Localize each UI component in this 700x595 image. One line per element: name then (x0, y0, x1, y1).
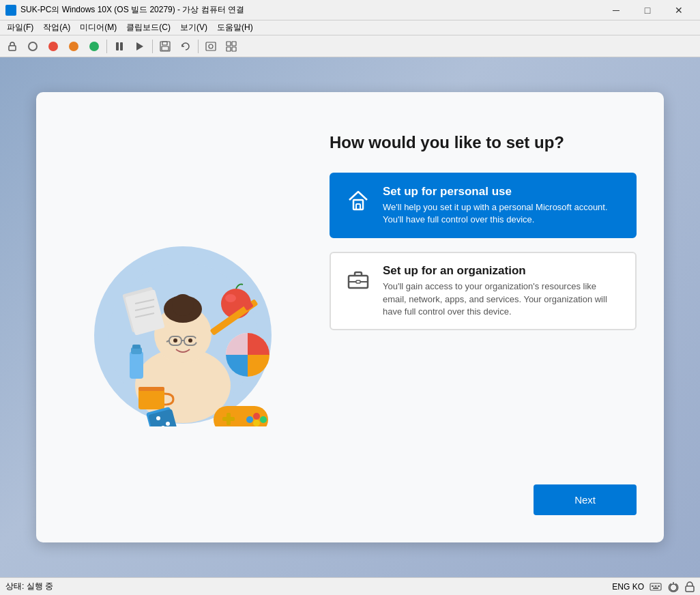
svg-rect-57 (356, 280, 360, 283)
svg-point-48 (260, 416, 267, 423)
svg-point-23 (173, 338, 177, 343)
menu-action[interactable]: 작업(A) (39, 20, 74, 35)
toolbar-sep-2 (152, 40, 153, 53)
toolbar-settings-btn[interactable] (222, 38, 241, 55)
home-icon (345, 186, 372, 214)
svg-rect-11 (227, 47, 231, 51)
svg-rect-2 (120, 42, 123, 50)
illustration-area (63, 119, 302, 515)
svg-rect-64 (686, 586, 694, 592)
language-indicator[interactable]: ENG KO (612, 582, 644, 592)
page-question: How would you like to set up? (330, 133, 637, 152)
svg-rect-61 (658, 585, 660, 587)
svg-marker-3 (136, 42, 143, 50)
status-bar: 상태: 실행 중 ENG KO (0, 577, 700, 595)
status-text: 상태: 실행 중 (5, 581, 53, 592)
setup-card: How would you like to set up? Set up for… (36, 92, 664, 542)
svg-rect-10 (232, 42, 236, 46)
svg-rect-39 (138, 389, 164, 409)
svg-point-17 (172, 294, 194, 316)
window-title: SUK-PC의 Windows 10X (OS 빌드 20279) - 가상 컴… (20, 4, 244, 16)
option-personal-desc: We'll help you set it up with a personal… (383, 201, 622, 226)
svg-point-24 (188, 338, 192, 343)
close-button[interactable]: ✕ (663, 0, 695, 20)
power-icon (667, 581, 680, 593)
red-icon (48, 42, 58, 51)
option-organization-title: Set up for an organization (383, 264, 622, 278)
toolbar-lock-btn[interactable] (3, 38, 22, 55)
toolbar-green-btn[interactable] (85, 38, 104, 55)
svg-rect-6 (162, 46, 169, 50)
option-personal[interactable]: Set up for personal use We'll help you s… (330, 173, 637, 238)
menu-bar: 파일(F) 작업(A) 미디어(M) 클립보드(C) 보기(V) 도움말(H) (0, 20, 700, 35)
svg-rect-59 (652, 585, 654, 587)
vm-icon (5, 5, 16, 16)
title-bar-controls: ─ □ ✕ (600, 0, 695, 20)
option-personal-title: Set up for personal use (383, 185, 622, 199)
svg-point-63 (670, 584, 677, 591)
svg-rect-52 (227, 413, 231, 425)
svg-point-8 (209, 44, 213, 48)
toolbar-sep-1 (106, 40, 107, 53)
svg-rect-0 (9, 46, 16, 50)
illustration-svg (81, 208, 285, 426)
toolbar-sep-3 (198, 40, 199, 53)
svg-rect-60 (655, 585, 657, 587)
toolbar-save-btn[interactable] (156, 38, 175, 55)
orange-icon (69, 42, 78, 51)
svg-rect-7 (206, 42, 216, 50)
main-area: How would you like to set up? Set up for… (0, 57, 700, 577)
minimize-button[interactable]: ─ (600, 0, 632, 20)
toolbar-pause-btn[interactable] (110, 38, 129, 55)
lock-status-icon (685, 581, 695, 592)
menu-help[interactable]: 도움말(H) (213, 20, 257, 35)
svg-rect-40 (138, 387, 164, 391)
title-bar: SUK-PC의 Windows 10X (OS 빌드 20279) - 가상 컴… (0, 0, 700, 20)
option-organization[interactable]: Set up for an organization You'll gain a… (330, 252, 637, 330)
toolbar-circle-btn[interactable] (23, 38, 42, 55)
toolbar-screenshot-btn[interactable] (201, 38, 220, 55)
svg-rect-32 (132, 345, 141, 349)
next-button[interactable]: Next (534, 484, 637, 515)
option-organization-text: Set up for an organization You'll gain a… (383, 264, 622, 318)
svg-point-43 (156, 416, 160, 420)
status-right: ENG KO (612, 581, 695, 593)
circle-icon (28, 42, 38, 51)
svg-rect-5 (162, 42, 167, 45)
green-icon (89, 42, 99, 51)
svg-rect-62 (653, 587, 658, 589)
content-area: How would you like to set up? Set up for… (330, 119, 637, 515)
toolbar-orange-btn[interactable] (64, 38, 83, 55)
svg-point-49 (246, 416, 253, 423)
svg-point-47 (253, 413, 260, 420)
svg-rect-1 (116, 42, 119, 50)
toolbar (0, 35, 700, 57)
toolbar-play-btn[interactable] (130, 38, 149, 55)
svg-rect-12 (232, 47, 236, 51)
option-organization-desc: You'll gain access to your organization'… (383, 280, 622, 318)
svg-point-34 (225, 294, 236, 302)
svg-rect-30 (130, 351, 143, 379)
option-personal-text: Set up for personal use We'll help you s… (383, 185, 622, 226)
menu-clipboard[interactable]: 클립보드(C) (122, 20, 175, 35)
briefcase-icon (345, 265, 372, 293)
menu-media[interactable]: 미디어(M) (76, 20, 121, 35)
svg-rect-9 (227, 42, 231, 46)
toolbar-red-btn[interactable] (44, 38, 63, 55)
keyboard-icon (650, 581, 662, 593)
toolbar-revert-btn[interactable] (176, 38, 195, 55)
menu-view[interactable]: 보기(V) (176, 20, 212, 35)
restore-button[interactable]: □ (632, 0, 663, 20)
menu-file[interactable]: 파일(F) (3, 20, 38, 35)
svg-point-44 (166, 422, 170, 426)
title-bar-left: SUK-PC의 Windows 10X (OS 빌드 20279) - 가상 컴… (5, 4, 244, 16)
svg-point-50 (253, 420, 260, 426)
